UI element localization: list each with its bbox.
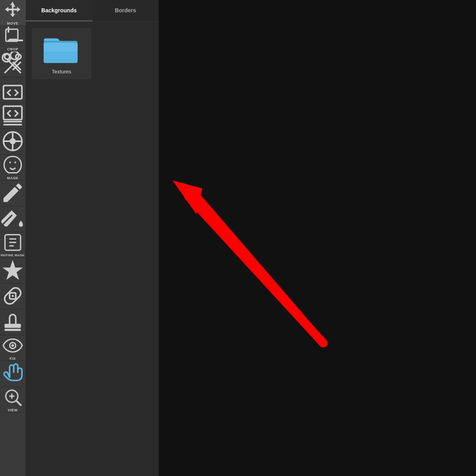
folder-textures-label: Textures bbox=[52, 69, 71, 75]
stamp-icon bbox=[0, 309, 25, 334]
heal-icon bbox=[0, 258, 25, 282]
tool-bandage[interactable] bbox=[0, 284, 26, 309]
tool-hand[interactable] bbox=[0, 361, 26, 387]
folder-textures-icon bbox=[44, 35, 79, 65]
tool-heal[interactable] bbox=[0, 258, 26, 284]
tab-bar: Backgrounds Borders bbox=[26, 0, 159, 22]
tool-center[interactable] bbox=[0, 129, 26, 155]
tool-stamp[interactable] bbox=[0, 309, 26, 335]
tab-borders[interactable]: Borders bbox=[92, 0, 159, 21]
brush-icon bbox=[0, 180, 25, 205]
tool-scissors[interactable] bbox=[0, 52, 26, 77]
fix-icon bbox=[2, 335, 23, 356]
annotation-arrow bbox=[159, 0, 476, 476]
folder-grid: Textures bbox=[30, 26, 155, 81]
svg-rect-5 bbox=[4, 86, 22, 99]
svg-line-30 bbox=[198, 198, 321, 341]
erase-bg-icon bbox=[0, 77, 25, 102]
tool-crop-label: CROP bbox=[7, 47, 18, 51]
move-icon bbox=[2, 0, 23, 21]
svg-point-20 bbox=[12, 344, 14, 347]
hand-icon bbox=[0, 361, 25, 386]
tool-mask[interactable]: MASK bbox=[0, 155, 26, 180]
svg-rect-6 bbox=[4, 106, 22, 120]
tool-mask-label: MASK bbox=[7, 176, 19, 180]
svg-rect-18 bbox=[4, 329, 21, 331]
svg-point-1 bbox=[4, 54, 10, 59]
scissors-icon bbox=[0, 52, 25, 76]
mask-icon bbox=[2, 155, 23, 175]
fill-brush-icon bbox=[0, 206, 25, 231]
tool-crop[interactable]: CROP bbox=[0, 26, 26, 52]
view-icon bbox=[2, 387, 23, 407]
tool-brush[interactable] bbox=[0, 180, 26, 206]
tool-fix[interactable]: FIX bbox=[0, 335, 26, 361]
erase-fg-icon bbox=[0, 103, 25, 128]
svg-line-22 bbox=[17, 401, 21, 406]
panel-content: Textures bbox=[26, 22, 159, 476]
svg-rect-17 bbox=[4, 324, 21, 328]
tool-refine-mask[interactable]: REFINE MASK bbox=[0, 232, 26, 258]
svg-point-16 bbox=[12, 295, 13, 297]
tool-fill-brush[interactable] bbox=[0, 206, 26, 232]
crop-icon bbox=[2, 26, 23, 46]
tool-refine-mask-label: REFINE MASK bbox=[1, 253, 25, 257]
tool-move-label: MOVE bbox=[7, 21, 19, 25]
tool-view[interactable]: VIEW bbox=[0, 387, 26, 413]
svg-rect-27 bbox=[44, 42, 78, 52]
tool-erase-fg[interactable] bbox=[0, 103, 26, 129]
tool-move[interactable]: MOVE bbox=[0, 0, 26, 26]
tab-backgrounds[interactable]: Backgrounds bbox=[26, 0, 92, 21]
folder-textures[interactable]: Textures bbox=[32, 28, 91, 79]
tool-erase-bg[interactable] bbox=[0, 77, 26, 103]
svg-marker-29 bbox=[173, 180, 202, 214]
toolbar: MOVE CROP bbox=[0, 0, 26, 476]
bandage-icon bbox=[0, 284, 25, 308]
tool-view-label: VIEW bbox=[8, 408, 17, 412]
svg-line-28 bbox=[188, 196, 323, 343]
refine-mask-icon bbox=[2, 232, 23, 253]
svg-line-3 bbox=[7, 59, 21, 73]
center-icon bbox=[0, 129, 25, 154]
tool-fix-label: FIX bbox=[10, 357, 16, 361]
panel-area: Backgrounds Borders Textur bbox=[26, 0, 159, 476]
main-canvas bbox=[159, 0, 476, 476]
